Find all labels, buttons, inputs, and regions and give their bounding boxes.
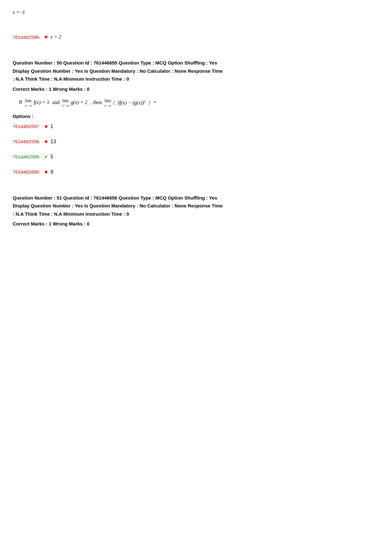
q50-meta-line1: Question Number : 50 Question Id : 76144…	[13, 59, 379, 67]
top-answer-text: x = -1	[13, 9, 25, 15]
q50-options-label: Options :	[13, 114, 379, 119]
option-value-q49-last: x = 2	[51, 34, 61, 40]
q50-opt3-icon: ✔	[44, 154, 48, 159]
wrong-icon-q49-last: ✖	[44, 34, 48, 40]
q50-opt2-id: 7614462598.	[13, 139, 40, 144]
q49-option-last: 7614462596. ✖ x = 2	[13, 34, 379, 40]
q50-option-3: 7614462599. ✔ 5	[13, 154, 379, 160]
q50-opt1-value: 1	[51, 124, 53, 129]
q50-opt1-id: 7614462597.	[13, 124, 40, 129]
q51-meta-line3: : N.A Think Time : N.A Minimum Instructi…	[13, 210, 379, 218]
q50-formula-content: If lim x→a f(x) = 3 and lim x→a g(x) = 2…	[19, 98, 156, 107]
q50-opt3-id: 7614462599.	[13, 154, 40, 159]
if-text: If	[19, 100, 22, 105]
q50-opt2-icon: ✖	[44, 139, 48, 144]
q50-opt4-value: 9	[51, 169, 53, 175]
top-answer-value: x = -1	[13, 6, 379, 15]
q50-opt1-icon: ✖	[44, 124, 48, 129]
lim1-block: lim x→a	[25, 98, 32, 107]
q50-formula: If lim x→a f(x) = 3 and lim x→a g(x) = 2…	[19, 98, 379, 107]
option-id-q49-last: 7614462596.	[13, 34, 40, 40]
q50-meta-line2: Display Question Number : Yes Is Questio…	[13, 67, 379, 75]
q50-meta: Question Number : 50 Question Id : 76144…	[13, 59, 379, 83]
q51-meta: Question Number : 51 Question Id : 76144…	[13, 194, 379, 218]
q50-opt4-id: 7614462600.	[13, 169, 40, 175]
q51-correct-marks: Correct Marks : 1 Wrong Marks : 0	[13, 221, 379, 226]
q50-option-2: 7614462598. ✖ 13	[13, 139, 379, 145]
q51-meta-line1: Question Number : 51 Question Id : 76144…	[13, 194, 379, 202]
q51-meta-line2: Display Question Number : Yes Is Questio…	[13, 202, 379, 210]
lim2-block: lim x→a	[62, 98, 69, 107]
q50-meta-line3: : N.A Think Time : N.A Minimum Instructi…	[13, 75, 379, 83]
q50-correct-marks: Correct Marks : 1 Wrong Marks : 0	[13, 86, 379, 92]
q50-opt3-value: 5	[51, 154, 53, 160]
q50-option-4: 7614462600. ✖ 9	[13, 169, 379, 175]
lim3-block: lim x→a	[104, 98, 111, 107]
q50-option-1: 7614462597. ✖ 1	[13, 124, 379, 129]
q50-opt2-value: 13	[51, 139, 56, 145]
q50-opt4-icon: ✖	[44, 170, 48, 175]
